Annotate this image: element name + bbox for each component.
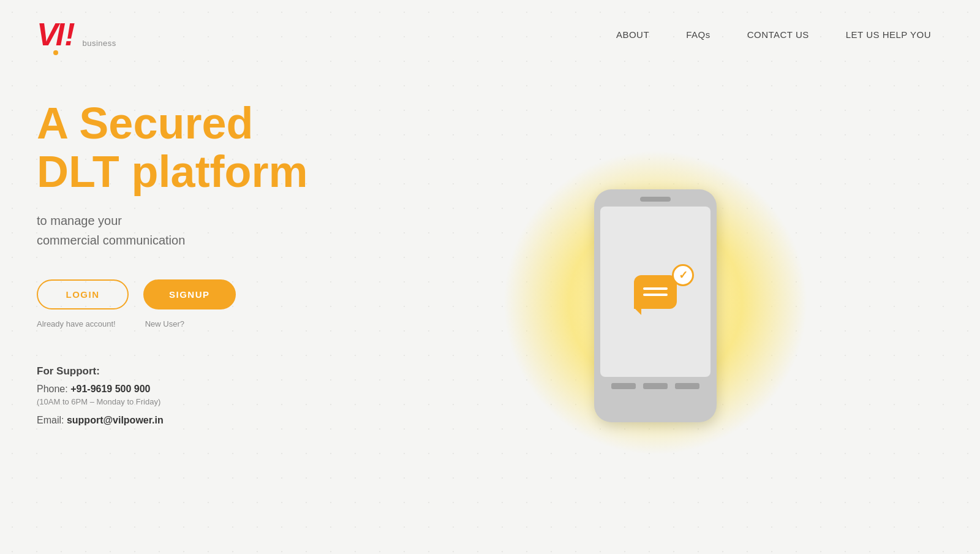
logo-i-letter: I [56,18,64,50]
phone-button-1 [611,383,636,389]
header: VI! business ABOUT FAQs CONTACT US LET U… [0,0,980,63]
logo-v-letter: V [37,18,56,50]
nav-faqs[interactable]: FAQs [686,29,710,40]
support-email: Email: support@vilpower.in [37,415,380,426]
phone-screen: ✓ [600,207,710,377]
message-bubble [634,275,677,309]
hero-title-line1: A Secured [37,99,253,148]
button-group: LOGIN SIGNUP [37,279,380,309]
left-content: A Secured DLT platform to manage your co… [37,87,380,426]
message-icon: ✓ [634,275,677,309]
button-captions: Already have account! New User? [37,319,380,328]
logo-vi: VI! [37,18,75,50]
check-circle-icon: ✓ [672,264,694,286]
main-nav: ABOUT FAQs CONTACT US LET US HELP YOU [616,29,931,40]
message-line-1 [643,287,668,290]
logo-dot [53,50,58,55]
login-caption: Already have account! [37,319,116,328]
support-hours: (10AM to 6PM – Monday to Friday) [37,397,380,406]
email-value: support@vilpower.in [67,415,164,425]
phone-label: Phone: [37,384,70,394]
hero-subtitle: to manage your commercial communication [37,211,380,250]
phone-number: +91-9619 500 900 [70,384,150,394]
support-title: For Support: [37,365,380,378]
logo-area: VI! business [37,18,116,50]
logo-business-label: business [82,39,116,48]
signup-button[interactable]: SIGNUP [143,279,236,309]
email-label: Email: [37,415,67,425]
support-section: For Support: Phone: +91-9619 500 900 (10… [37,365,380,426]
message-line-2 [643,294,668,296]
login-button[interactable]: LOGIN [37,279,129,309]
phone-outer: ✓ [594,189,717,422]
phone-button-3 [675,383,699,389]
nav-contact-us[interactable]: CONTACT US [747,29,809,40]
logo-exclaim: ! [64,18,75,50]
main-content: A Secured DLT platform to manage your co… [0,63,980,549]
right-content: ✓ [380,87,931,549]
support-phone: Phone: +91-9619 500 900 [37,384,380,395]
hero-title: A Secured DLT platform [37,99,380,196]
hero-title-line2: DLT platform [37,147,308,196]
phone-illustration: ✓ [594,189,717,422]
signup-caption: New User? [145,319,184,328]
phone-bottom-buttons [600,383,710,389]
phone-button-2 [643,383,668,389]
nav-let-us-help[interactable]: LET US HELP YOU [846,29,931,40]
phone-speaker [640,197,671,202]
hero-subtitle-line1: to manage your [37,214,122,227]
hero-subtitle-line2: commercial communication [37,233,185,247]
check-mark: ✓ [679,270,688,281]
nav-about[interactable]: ABOUT [616,29,649,40]
